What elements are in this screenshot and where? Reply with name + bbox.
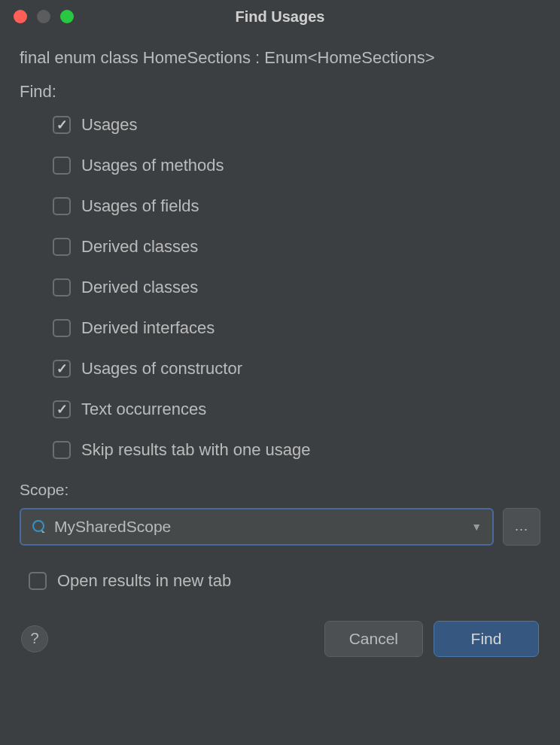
- scope-value: MySharedScope: [54, 518, 171, 536]
- checkbox-label: Usages of constructor: [81, 359, 242, 379]
- find-section-label: Find:: [20, 82, 540, 102]
- checkbox-label: Derived classes: [81, 278, 198, 297]
- find-button[interactable]: Find: [434, 621, 539, 657]
- checkbox-usages[interactable]: [53, 116, 71, 134]
- option-usages-of-methods[interactable]: Usages of methods: [53, 156, 540, 175]
- target-element-text: final enum class HomeSections : Enum<Hom…: [20, 47, 540, 70]
- option-open-new-tab[interactable]: Open results in new tab: [20, 571, 540, 591]
- checkbox-usages-of-fields[interactable]: [53, 197, 71, 215]
- option-usages-of-constructor[interactable]: Usages of constructor: [53, 359, 540, 379]
- scope-shared-icon: [32, 519, 47, 534]
- option-text-occurrences[interactable]: Text occurrences: [53, 400, 540, 419]
- maximize-window-button[interactable]: [60, 10, 74, 23]
- svg-point-0: [33, 521, 44, 531]
- option-derived-interfaces[interactable]: Derived interfaces: [53, 318, 540, 338]
- checkbox-label: Text occurrences: [81, 400, 206, 419]
- option-usages-of-fields[interactable]: Usages of fields: [53, 196, 540, 216]
- dialog-content: final enum class HomeSections : Enum<Hom…: [0, 33, 560, 674]
- option-derived-classes-1[interactable]: Derived classes: [53, 237, 540, 257]
- option-skip-results-tab[interactable]: Skip results tab with one usage: [53, 440, 540, 460]
- traffic-lights: [14, 10, 74, 23]
- scope-label: Scope:: [20, 481, 540, 499]
- find-options-group: Usages Usages of methods Usages of field…: [20, 115, 540, 460]
- checkbox-label: Usages: [81, 115, 138, 135]
- minimize-window-button[interactable]: [37, 10, 50, 23]
- checkbox-label: Derived interfaces: [81, 318, 215, 338]
- scope-select[interactable]: MySharedScope ▼: [20, 508, 494, 546]
- titlebar: Find Usages: [0, 0, 560, 33]
- checkbox-usages-of-constructor[interactable]: [53, 360, 71, 378]
- checkbox-label: Usages of fields: [81, 196, 199, 216]
- cancel-button[interactable]: Cancel: [324, 621, 423, 657]
- dialog-footer: ? Cancel Find: [20, 621, 540, 657]
- scope-more-button[interactable]: ...: [503, 508, 540, 546]
- checkbox-derived-interfaces[interactable]: [53, 319, 71, 337]
- checkbox-derived-classes-1[interactable]: [53, 238, 71, 256]
- checkbox-open-new-tab[interactable]: [29, 572, 47, 590]
- checkbox-text-occurrences[interactable]: [53, 400, 71, 418]
- checkbox-usages-of-methods[interactable]: [53, 157, 71, 175]
- checkbox-label: Derived classes: [81, 237, 198, 257]
- window-title: Find Usages: [236, 8, 325, 26]
- checkbox-derived-classes-2[interactable]: [53, 278, 71, 296]
- help-button[interactable]: ?: [21, 625, 48, 652]
- checkbox-label: Open results in new tab: [57, 571, 231, 591]
- close-window-button[interactable]: [14, 10, 27, 23]
- checkbox-label: Usages of methods: [81, 156, 224, 175]
- option-derived-classes-2[interactable]: Derived classes: [53, 278, 540, 297]
- scope-section: Scope: MySharedScope ▼ ...: [20, 481, 540, 546]
- checkbox-skip-results-tab[interactable]: [53, 441, 71, 459]
- checkbox-label: Skip results tab with one usage: [81, 440, 311, 460]
- option-usages[interactable]: Usages: [53, 115, 540, 135]
- chevron-down-icon: ▼: [471, 521, 482, 533]
- scope-row: MySharedScope ▼ ...: [20, 508, 540, 546]
